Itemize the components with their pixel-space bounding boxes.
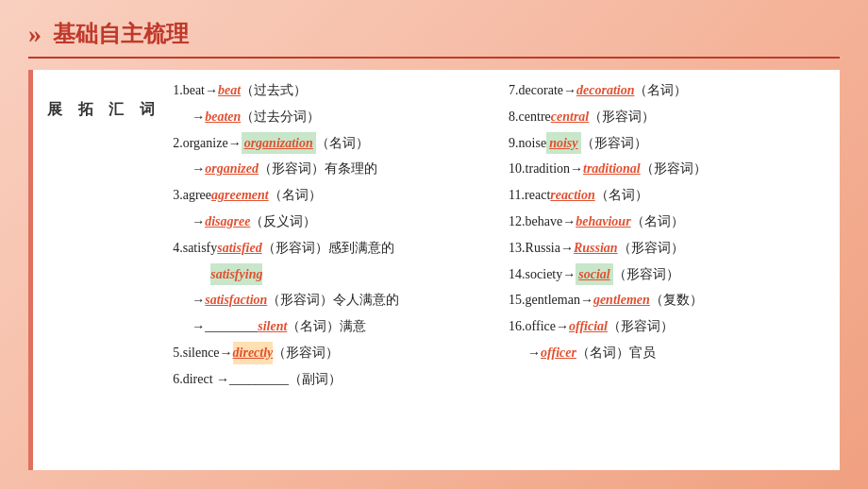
list-item: →beaten（过去分词） <box>173 106 490 128</box>
content-area: 词 汇 拓 展 1.beat→beat（过去式） →beaten（过去分词） 2… <box>28 70 840 470</box>
list-item: 2.organize→organization（名词） <box>173 132 490 155</box>
list-item: 6.direct →_________（副词） <box>173 368 490 391</box>
list-item: satisfying <box>173 263 490 286</box>
list-item: →organized（形容词）有条理的 <box>173 158 490 180</box>
side-char-3: 拓 <box>72 89 99 451</box>
list-item: →satisfaction（形容词）令人满意的 <box>173 289 490 312</box>
list-item: 1.beat→beat（过去式） <box>173 79 490 102</box>
list-item: 16.office→official（形容词） <box>509 315 826 338</box>
list-item: 9.noise noisy（形容词） <box>509 132 826 155</box>
list-item: 5.silence→directly（形容词） <box>173 342 490 364</box>
list-item: 8.centre central（形容词） <box>509 106 826 128</box>
list-item: 10.tradition→traditional（形容词） <box>509 158 826 180</box>
list-item: 12.behave→behaviour（名词） <box>509 211 826 233</box>
list-item: 11.react reaction（名词） <box>509 184 826 207</box>
list-item: →disagree（反义词） <box>173 211 490 233</box>
header-section: » 基础自主梳理 <box>28 19 840 59</box>
list-item: 15.gentleman→gentlemen（复数） <box>509 289 826 312</box>
list-item: 13.Russia→Russian（形容词） <box>509 237 826 260</box>
list-item: 7.decorate→decoration（名词） <box>509 79 826 102</box>
side-label: 词 汇 拓 展 <box>33 70 168 470</box>
header-title: 基础自主梳理 <box>53 19 189 49</box>
side-char-4: 展 <box>41 89 68 451</box>
side-char-1: 词 <box>133 89 160 451</box>
list-item: 14.society→social（形容词） <box>509 263 826 286</box>
main-content: 1.beat→beat（过去式） →beaten（过去分词） 2.organiz… <box>168 70 840 470</box>
page-container: » 基础自主梳理 词 汇 拓 展 1.beat→beat（过去式） →beate… <box>0 0 868 489</box>
list-item: 4.satisfy satisfied（形容词）感到满意的 <box>173 237 490 260</box>
header-arrows-icon: » <box>28 19 42 49</box>
left-column: 1.beat→beat（过去式） →beaten（过去分词） 2.organiz… <box>173 79 490 461</box>
right-column: 7.decorate→decoration（名词） 8.centre centr… <box>509 79 826 461</box>
list-item: →________silent（名词）满意 <box>173 315 490 338</box>
list-item: →officer（名词）官员 <box>509 342 826 364</box>
side-char-2: 汇 <box>103 89 130 451</box>
list-item: 3.agree agreement（名词） <box>173 184 490 207</box>
